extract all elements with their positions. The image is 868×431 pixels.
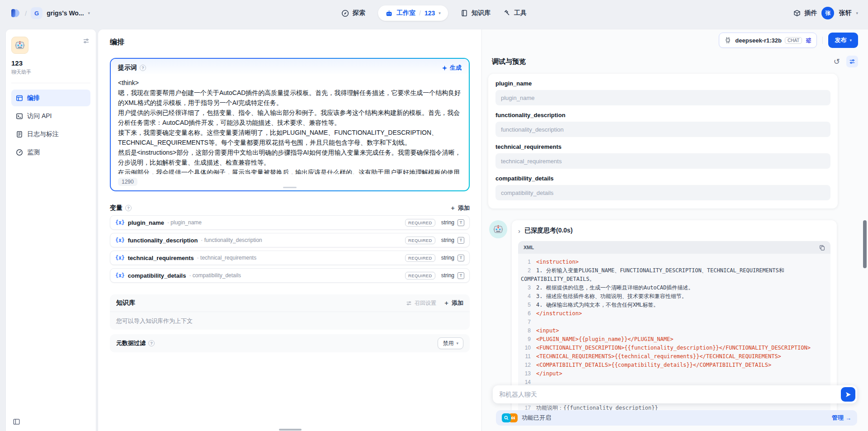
publish-button[interactable]: 发布 ▾: [828, 33, 858, 48]
deep-thinking-toggle[interactable]: › 已深度思考(0.0s): [518, 227, 830, 235]
chevron-down-icon[interactable]: ▾: [88, 11, 90, 15]
sidebar-item-monitoring[interactable]: 监测: [11, 144, 90, 161]
variable-key: · plugin_name: [167, 219, 202, 226]
char-count-badge: 1290: [118, 178, 137, 186]
prompt-editor[interactable]: <think> 嗯，我现在需要帮用户创建一个关于AutoCAD插件的高质量提示模…: [111, 74, 469, 174]
model-params-icon[interactable]: [805, 37, 812, 44]
line-number: 12: [518, 361, 536, 369]
field-input[interactable]: [495, 153, 830, 169]
string-type-icon[interactable]: T: [458, 255, 464, 261]
line-number: 4: [518, 292, 536, 301]
chat-input[interactable]: [499, 391, 841, 398]
sidebar-item-orchestrate[interactable]: 编排: [11, 90, 90, 106]
nav-tools[interactable]: 工具: [503, 9, 527, 17]
app-sidebar: 123 聊天助手 编排 访问 API 日志与标注 监测: [5, 29, 96, 431]
variable-type: string: [441, 219, 454, 226]
features-bar: 功能已开启 管理 →: [496, 410, 857, 426]
variable-icon: {x}: [115, 237, 125, 243]
compass-icon: [341, 9, 349, 17]
debug-column: deepseek-r1:32b CHAT 发布 ▾ 调试与预览 ↺: [482, 29, 868, 431]
model-selector[interactable]: deepseek-r1:32b CHAT: [719, 33, 817, 48]
field-input[interactable]: [495, 122, 830, 137]
debug-panel-title: 调试与预览: [492, 57, 526, 66]
required-badge: REQUIRED: [405, 237, 435, 244]
code-line: 13 </input>: [518, 369, 827, 378]
nav-explore[interactable]: 探索: [341, 9, 365, 17]
nav-knowledge[interactable]: 知识库: [461, 9, 491, 17]
field-input[interactable]: [495, 185, 830, 200]
add-knowledge-button[interactable]: ＋ 添加: [443, 299, 463, 307]
chat-input-bar: [493, 385, 857, 403]
chevron-down-icon[interactable]: ▾: [856, 11, 858, 15]
app-icon[interactable]: [11, 37, 28, 54]
string-type-icon[interactable]: T: [458, 219, 464, 226]
send-icon: [845, 391, 852, 398]
robot-emoji-icon: [14, 40, 25, 51]
sidebar-item-logs[interactable]: 日志与标注: [11, 126, 90, 142]
line-number: 10: [518, 344, 536, 352]
code-line: 6 </instruction>: [518, 309, 827, 318]
line-number: 2: [518, 266, 536, 275]
metadata-filter-label: 元数据过滤: [116, 339, 146, 347]
sidebar-item-api[interactable]: 访问 API: [11, 108, 90, 124]
resize-handle[interactable]: [283, 187, 297, 188]
copy-icon[interactable]: [819, 245, 825, 251]
line-number: 7: [518, 318, 536, 327]
field-label: technical_requirements: [495, 143, 830, 150]
arrow-right-icon: →: [845, 415, 851, 422]
layout-icon: [16, 95, 23, 102]
sidebar-settings-icon[interactable]: [83, 38, 90, 44]
field-label: plugin_name: [495, 80, 830, 87]
workspace-avatar[interactable]: G: [31, 7, 42, 19]
line-number: 6: [518, 309, 536, 318]
code-line: COMPATIBILITY_DETAILS。: [518, 275, 827, 284]
prompt-card: 提示词 ? 生成 <think> 嗯，我现在需要帮用户创建一个关于AutoCAD…: [110, 58, 470, 191]
code-line: 3 2. 根据提供的信息，生成一个清晰且详细的AutoCAD插件描述。: [518, 284, 827, 292]
code-language-label: XML: [524, 245, 534, 250]
nav-plugins[interactable]: 插件: [793, 9, 817, 17]
knowledge-section: 知识库 召回设置 ＋ 添加 您可以导入知识库作为上下文: [110, 294, 470, 330]
variable-row[interactable]: {x} plugin_name · plugin_name REQUIRED s…: [110, 215, 470, 230]
code-line: 10 <FUNCTIONALITY_DESCRIPTION>{{function…: [518, 344, 827, 352]
user-avatar[interactable]: 张: [821, 7, 834, 19]
line-number: 13: [518, 369, 536, 378]
help-icon[interactable]: ?: [125, 205, 132, 211]
help-icon[interactable]: ?: [140, 65, 146, 71]
variable-key: · compatibility_details: [189, 272, 241, 279]
nav-studio-label: 工作室: [396, 9, 415, 17]
field-input[interactable]: [495, 90, 830, 105]
features-settings-icon[interactable]: [846, 56, 858, 67]
horizontal-scrollbar[interactable]: [279, 429, 302, 431]
code-line: 1 <instruction>: [518, 258, 827, 266]
help-icon[interactable]: ?: [148, 340, 155, 346]
recall-settings-button[interactable]: 召回设置: [406, 299, 436, 307]
reset-icon[interactable]: ↺: [834, 58, 840, 66]
bot-avatar: [489, 220, 507, 238]
required-badge: REQUIRED: [405, 272, 435, 279]
sparkle-icon: [442, 65, 448, 71]
chevron-down-icon[interactable]: ▾: [439, 11, 441, 15]
vertical-scrollbar[interactable]: [863, 220, 867, 268]
code-line: 11 <TECHNICAL_REQUIREMENTS>{{technical_r…: [518, 352, 827, 361]
metadata-filter-section: 元数据过滤 ? 禁用 ▾: [110, 334, 470, 352]
workspace-name[interactable]: grigs's Wo...: [47, 9, 84, 17]
string-type-icon[interactable]: T: [458, 272, 464, 279]
model-name: deepseek-r1:32b: [735, 37, 782, 44]
variable-row[interactable]: {x} technical_requirements · technical_r…: [110, 251, 470, 265]
manage-features-link[interactable]: 管理 →: [832, 414, 851, 422]
book-icon: [461, 9, 468, 17]
user-name[interactable]: 张轩: [839, 9, 851, 17]
line-number: 9: [518, 335, 536, 344]
send-button[interactable]: [841, 387, 855, 402]
metadata-filter-toggle[interactable]: 禁用 ▾: [438, 337, 463, 349]
variable-row[interactable]: {x} functionality_description · function…: [110, 233, 470, 247]
app-name: 123: [11, 59, 90, 67]
studio-app-tab[interactable]: 123: [425, 9, 435, 17]
add-variable-button[interactable]: ＋ 添加: [450, 204, 470, 212]
string-type-icon[interactable]: T: [458, 237, 464, 244]
generate-button[interactable]: 生成: [442, 64, 462, 72]
dify-logo[interactable]: [10, 8, 21, 19]
nav-studio[interactable]: 工作室 / 123 ▾: [378, 5, 448, 21]
variable-row[interactable]: {x} compatibility_details · compatibilit…: [110, 268, 470, 283]
collapse-sidebar-icon[interactable]: [13, 418, 20, 426]
